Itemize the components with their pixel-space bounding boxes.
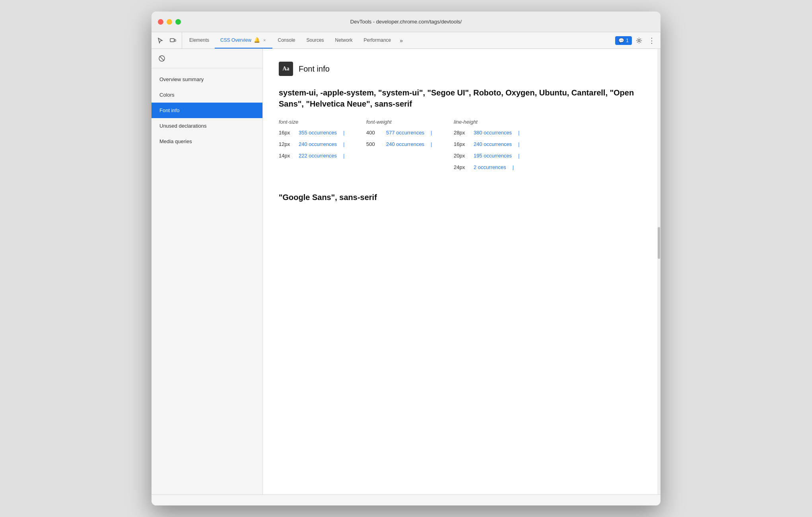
font-size-row-2: 14px 222 occurrences | — [279, 153, 366, 159]
font-weight-occurrence-0[interactable]: 577 occurrences — [386, 130, 424, 136]
bottom-bar — [152, 494, 660, 505]
font-weight-row-0: 400 577 occurrences | — [366, 130, 454, 136]
tab-close-button[interactable]: × — [262, 37, 266, 43]
google-sans-family-name: "Google Sans", sans-serif — [279, 192, 645, 203]
chat-icon: 💬 — [618, 38, 624, 43]
font-weight-header: font-weight — [366, 119, 454, 125]
tab-performance[interactable]: Performance — [358, 32, 397, 49]
font-section-system-ui: system-ui, -apple-system, "system-ui", "… — [279, 87, 645, 176]
tab-network[interactable]: Network — [330, 32, 358, 49]
tab-elements[interactable]: Elements — [184, 32, 215, 49]
section-header: Aa Font info — [279, 62, 645, 76]
sidebar-item-overview-summary[interactable]: Overview summary — [152, 72, 262, 87]
pipe-icon-2: | — [343, 153, 344, 159]
device-toolbar-icon[interactable] — [167, 35, 179, 46]
font-family-name: system-ui, -apple-system, "system-ui", "… — [279, 87, 645, 109]
font-size-row-1: 12px 240 occurrences | — [279, 141, 366, 147]
minimize-button[interactable] — [167, 19, 172, 25]
font-size-occurrence-1[interactable]: 240 occurrences — [299, 141, 337, 147]
title-bar: DevTools - developer.chrome.com/tags/dev… — [152, 12, 660, 32]
line-height-occurrence-1[interactable]: 240 occurrences — [474, 141, 512, 147]
font-size-row-0: 16px 355 occurrences | — [279, 130, 366, 136]
tabs-container: Elements CSS Overview 🔔 × Console Source… — [184, 32, 615, 49]
pipe-icon-0: | — [343, 130, 344, 136]
pipe-weight-1: | — [431, 142, 432, 147]
pipe-lh-1: | — [518, 142, 519, 147]
sidebar-item-colors[interactable]: Colors — [152, 87, 262, 103]
tab-bar: Elements CSS Overview 🔔 × Console Source… — [152, 32, 660, 49]
pipe-icon-1: | — [343, 142, 344, 147]
line-height-column: line-height 28px 380 occurrences | 16px … — [454, 119, 541, 176]
line-height-row-0: 28px 380 occurrences | — [454, 130, 541, 136]
font-info-icon: Aa — [279, 62, 293, 76]
maximize-button[interactable] — [175, 19, 181, 25]
font-size-occurrence-2[interactable]: 222 occurrences — [299, 153, 337, 159]
font-weight-occurrence-1[interactable]: 240 occurrences — [386, 141, 424, 147]
font-size-occurrence-0[interactable]: 355 occurrences — [299, 130, 337, 136]
font-weight-row-1: 500 240 occurrences | — [366, 141, 454, 147]
svg-rect-0 — [170, 39, 174, 42]
font-section-google-sans: "Google Sans", sans-serif — [279, 192, 645, 203]
sidebar: Overview summary Colors Font info Unused… — [152, 49, 263, 494]
line-height-occurrence-0[interactable]: 380 occurrences — [474, 130, 512, 136]
section-title: Font info — [299, 64, 330, 74]
line-height-row-3: 24px 2 occurrences | — [454, 164, 541, 170]
close-button[interactable] — [158, 19, 163, 25]
tab-css-overview[interactable]: CSS Overview 🔔 × — [215, 32, 272, 49]
content-area: Aa Font info system-ui, -apple-system, "… — [263, 49, 660, 494]
devtools-window: DevTools - developer.chrome.com/tags/dev… — [152, 12, 660, 505]
more-tabs-button[interactable]: » — [396, 32, 406, 49]
font-size-column: font-size 16px 355 occurrences | 12px 24… — [279, 119, 366, 176]
line-height-occurrence-2[interactable]: 195 occurrences — [474, 153, 512, 159]
line-height-header: line-height — [454, 119, 541, 125]
scrollbar-thumb[interactable] — [658, 227, 660, 259]
sidebar-item-unused-declarations[interactable]: Unused declarations — [152, 118, 262, 134]
pipe-lh-0: | — [518, 130, 519, 136]
svg-rect-1 — [175, 39, 176, 41]
line-height-row-1: 16px 240 occurrences | — [454, 141, 541, 147]
pipe-lh-3: | — [513, 165, 514, 170]
window-title: DevTools - developer.chrome.com/tags/dev… — [350, 19, 462, 25]
svg-line-4 — [160, 56, 164, 61]
line-height-row-2: 20px 195 occurrences | — [454, 153, 541, 159]
sidebar-nav: Overview summary Colors Font info Unused… — [152, 68, 262, 494]
pipe-lh-2: | — [518, 153, 519, 159]
toolbar-left — [155, 32, 182, 49]
pipe-weight-0: | — [431, 130, 432, 136]
settings-icon[interactable] — [633, 35, 645, 46]
font-weight-column: font-weight 400 577 occurrences | 500 24… — [366, 119, 454, 176]
font-size-header: font-size — [279, 119, 366, 125]
sidebar-toolbar — [152, 49, 262, 68]
tab-sources[interactable]: Sources — [301, 32, 330, 49]
line-height-occurrence-3[interactable]: 2 occurrences — [474, 164, 506, 170]
tab-warning-icon: 🔔 — [254, 37, 260, 43]
ban-icon[interactable] — [156, 53, 167, 64]
notification-button[interactable]: 💬 1 — [615, 36, 632, 45]
cursor-icon[interactable] — [155, 35, 166, 46]
font-columns: font-size 16px 355 occurrences | 12px 24… — [279, 119, 645, 176]
tab-console[interactable]: Console — [272, 32, 301, 49]
more-options-icon[interactable]: ⋮ — [646, 35, 657, 46]
toolbar-right: 💬 1 ⋮ — [615, 32, 657, 49]
svg-point-2 — [638, 39, 640, 41]
scrollbar[interactable] — [657, 49, 660, 494]
sidebar-item-font-info[interactable]: Font info — [152, 103, 262, 118]
main-area: Overview summary Colors Font info Unused… — [152, 49, 660, 494]
traffic-lights — [158, 19, 181, 25]
sidebar-item-media-queries[interactable]: Media queries — [152, 134, 262, 149]
